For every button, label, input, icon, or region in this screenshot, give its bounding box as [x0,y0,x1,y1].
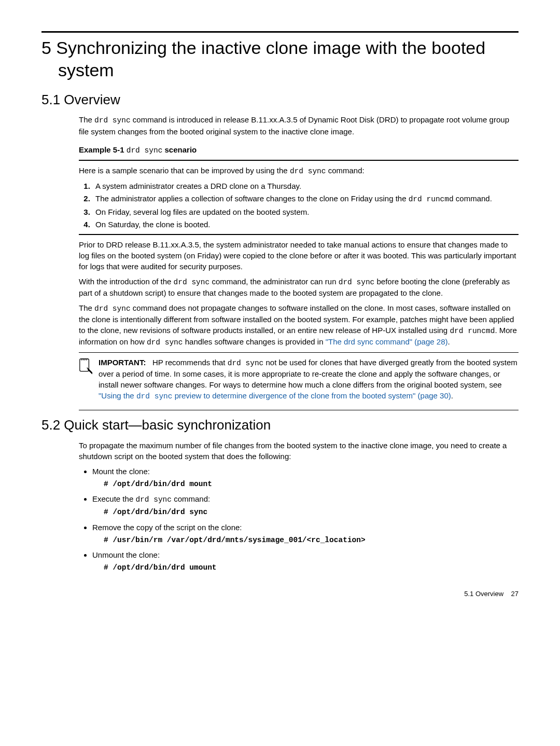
text: command: [172,494,210,503]
text: The [79,115,94,124]
list-item: Mount the clone: # /opt/drd/bin/drd moun… [92,466,519,489]
list-item: Remove the copy of the script on the clo… [92,522,519,545]
text: With the introduction of the [79,277,174,286]
text: Unmount the clone: [92,550,160,559]
text: command. [454,194,492,203]
divider [79,234,519,235]
code-drd-sync: drd sync [94,116,131,125]
important-icon [79,358,93,377]
command-sync: # /opt/drd/bin/drd sync [104,507,519,517]
text: . [447,337,450,346]
page-number: 27 [511,590,519,598]
code-drd-sync: drd sync [127,146,163,155]
text: The [79,303,94,312]
code-drd-sync: drd sync [290,167,326,175]
list-item: Unmount the clone: # /opt/drd/bin/drd um… [92,549,519,573]
text: A system administrator creates a DRD clo… [95,182,301,190]
with-intro-paragraph: With the introduction of the drd sync co… [79,276,519,298]
text: On Saturday, the clone is booted. [95,220,211,229]
text: command: [326,166,365,175]
text: Execute the [92,494,135,503]
svg-rect-0 [80,358,89,371]
chapter-title: 5 Synchronizing the inactive clone image… [41,31,519,81]
example-title: Example 5-1 drd sync scenario [79,144,519,156]
text: scenario [162,145,197,154]
important-note: IMPORTANT: HP recommends that drd sync n… [79,357,519,406]
text: The administrator applies a collection o… [95,194,409,203]
important-text: IMPORTANT: HP recommends that drd sync n… [99,357,519,406]
scenario-steps: A system administrator creates a DRD clo… [79,181,519,229]
code-drd-sync: drd sync [135,495,172,504]
text: command does not propagate changes to so… [79,303,514,335]
link-drd-sync-command[interactable]: "The drd sync command" (page 28) [326,337,448,346]
quickstart-intro: To propagate the maximum number of file … [79,440,519,462]
list-item: On Friday, several log files are updated… [92,206,519,217]
code-drd-runcmd: drd runcmd [409,195,454,203]
text: Example 5-1 [79,145,127,154]
scenario-intro: Here is a sample scenario that can be im… [79,165,519,176]
section-5-2-body: To propagate the maximum number of file … [79,440,519,573]
footer-section: 5.1 Overview [464,590,503,598]
section-5-1-heading: 5.1 Overview [41,90,519,109]
intro-paragraph: The drd sync command is introduced in re… [79,114,519,136]
text: Here is a sample scenario that can be im… [79,166,290,175]
text: "Using the [99,391,136,400]
command-umount: # /opt/drd/bin/drd umount [104,562,519,573]
list-item: On Saturday, the clone is booted. [92,219,519,230]
quickstart-steps: Mount the clone: # /opt/drd/bin/drd moun… [79,466,519,573]
command-remove-script: # /usr/bin/rm /var/opt/drd/mnts/sysimage… [104,535,519,545]
text: HP recommends that [152,358,228,367]
divider [79,160,519,161]
text: On Friday, several log files are updated… [95,208,309,216]
list-item: The administrator applies a collection o… [92,193,519,204]
chapter-title-line1: 5 Synchronizing the inactive clone image… [41,38,485,58]
text: command is introduced in release B.11.xx… [79,115,509,135]
code-drd-sync: drd sync [136,392,173,400]
no-propagate-paragraph: The drd sync command does not propagate … [79,302,519,348]
page-footer: 5.1 Overview 27 [41,589,519,599]
section-5-1-body: The drd sync command is introduced in re… [79,114,519,410]
code-drd-sync: drd sync [339,278,375,286]
link-preview-divergence[interactable]: "Using the drd sync preview to determine… [99,391,451,400]
code-drd-sync: drd sync [174,278,210,286]
list-item: Execute the drd sync command: # /opt/drd… [92,493,519,518]
important-label: IMPORTANT: [99,358,146,367]
list-item: A system administrator creates a DRD clo… [92,181,519,191]
text: Mount the clone: [92,467,150,476]
divider [79,410,519,410]
code-drd-sync: drd sync [94,305,131,313]
code-drd-runcmd: drd runcmd [450,327,495,335]
code-drd-sync: drd sync [228,359,264,367]
divider [79,352,519,353]
text: . [451,391,453,400]
code-drd-sync: drd sync [147,338,183,347]
chapter-title-line2: system [41,59,519,81]
text: Remove the copy of the script on the clo… [92,523,242,532]
text: command, the administrator can run [209,277,338,286]
text: preview to determine divergence of the c… [173,391,451,400]
prior-release-paragraph: Prior to DRD release B.11.xx.A.3.5, the … [79,239,519,272]
command-mount: # /opt/drd/bin/drd mount [104,479,519,489]
section-5-2-heading: 5.2 Quick start—basic synchronization [41,416,519,434]
text: handles software changes is provided in [183,337,326,346]
